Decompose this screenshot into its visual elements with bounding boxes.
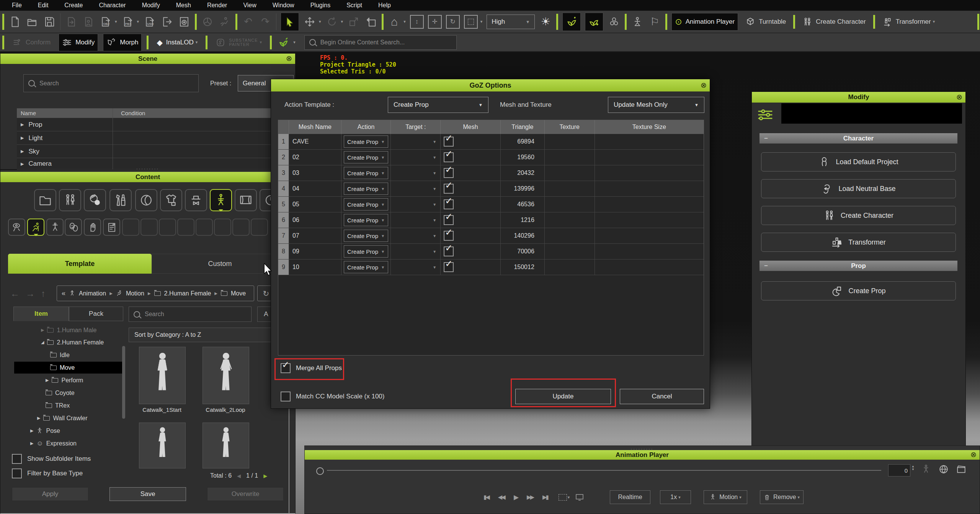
nav-back-icon[interactable]: ←	[10, 288, 20, 299]
move-tool-icon[interactable]	[303, 15, 316, 28]
cancel-button[interactable]: Cancel	[620, 389, 704, 404]
next-frame-icon[interactable]: ▶▶	[527, 494, 533, 501]
skip-start-icon[interactable]: ▮◀	[483, 494, 489, 501]
panel-drag-handle[interactable]: ·········	[0, 166, 295, 171]
content-search[interactable]	[129, 307, 252, 322]
target-dropdown[interactable]: ▼	[391, 244, 441, 259]
tab-pack[interactable]: Pack	[69, 307, 123, 321]
modify-button[interactable]: Modify	[59, 34, 98, 51]
breadcrumb-collapse-icon[interactable]: «	[62, 289, 65, 297]
mesh-checkbox-checked[interactable]: ✓	[444, 152, 454, 162]
scale-tool-icon[interactable]	[347, 15, 360, 28]
substance-caret[interactable]: ▾	[260, 40, 262, 45]
breadcrumb-human-female[interactable]: 2.Human Female	[164, 290, 211, 297]
home-dropdown-caret[interactable]: ▾	[403, 19, 406, 24]
camera-orbit-icon[interactable]: ↻	[446, 15, 460, 29]
camera-frame-icon[interactable]	[464, 15, 478, 29]
header-texture-size[interactable]: Texture Size	[595, 120, 704, 134]
camera-updown-icon[interactable]: ↕	[410, 15, 424, 29]
substance-painter-button[interactable]: SUBSTANCE PAINTER ▾	[212, 34, 265, 51]
obj-dropdown-caret[interactable]: ▾	[115, 19, 117, 24]
scene-row-light[interactable]: ▶Light	[17, 132, 296, 145]
camera-pan-icon[interactable]: ✛	[428, 15, 442, 29]
subcategory-gesture[interactable]	[84, 219, 101, 236]
page-prev-icon[interactable]: ◀	[237, 473, 241, 479]
subcategory-preview[interactable]	[8, 219, 25, 236]
column-condition[interactable]: Condition	[113, 110, 145, 116]
menu-plugins[interactable]: Plugins	[302, 2, 338, 9]
action-template-dropdown[interactable]: Create Prop▼	[388, 97, 488, 113]
import-ic-icon[interactable]	[65, 15, 78, 28]
mesh-checkbox-checked[interactable]: ✓	[444, 262, 454, 272]
category-cloth[interactable]	[160, 189, 182, 211]
category-material[interactable]	[84, 189, 106, 211]
pack-project-icon[interactable]	[178, 15, 191, 28]
mesh-checkbox-checked[interactable]: ✓	[444, 215, 454, 225]
new-project-icon[interactable]	[8, 15, 21, 28]
category-animation-active[interactable]	[210, 189, 232, 211]
redo-icon[interactable]: ↷	[259, 15, 272, 28]
page-next-icon[interactable]: ▶	[263, 473, 267, 479]
bake-animation-icon[interactable]	[218, 15, 231, 28]
mesh-checkbox-checked[interactable]: ✓	[444, 246, 454, 256]
light-icon[interactable]: ☀	[539, 15, 552, 28]
tree-item-expression[interactable]: ▶ ☺ Expression	[30, 437, 77, 449]
expand-icon[interactable]: ▶	[30, 428, 33, 433]
header-texture[interactable]: Texture	[545, 120, 595, 134]
subcategory-pose[interactable]	[46, 219, 64, 236]
dialog-titlebar[interactable]: GoZ Options ⊗	[271, 79, 710, 91]
turntable-button[interactable]: Turntable	[742, 13, 789, 30]
header-triangle[interactable]: Triangle	[501, 120, 545, 134]
clapper-icon[interactable]	[956, 464, 966, 474]
tree-item-wall-crawler[interactable]: ▶Wall Crawler	[37, 412, 88, 424]
scene-row-sky[interactable]: ▶Sky	[17, 145, 296, 158]
render-icon[interactable]	[201, 15, 214, 28]
transformer-button[interactable]: Transformer	[761, 233, 956, 252]
screen-icon[interactable]	[575, 493, 584, 502]
sort-by-category[interactable]: Sort by Category : A to Z	[129, 328, 274, 342]
pose-tool-icon[interactable]	[921, 464, 931, 474]
close-icon[interactable]: ⊗	[286, 54, 292, 63]
online-content-search[interactable]	[304, 35, 457, 50]
scene-row-prop[interactable]: ▶Prop	[17, 118, 296, 131]
morph-button[interactable]: Morph	[103, 34, 142, 51]
action-dropdown[interactable]: Create Prop▼	[344, 151, 388, 163]
tree-item-human-female[interactable]: ◢2.Human Female	[41, 336, 104, 348]
breadcrumb-animation[interactable]: Animation	[79, 290, 106, 297]
menu-create[interactable]: Create	[56, 2, 91, 9]
target-dropdown[interactable]: ▼	[391, 197, 441, 212]
category-hair[interactable]	[135, 189, 157, 211]
header-action[interactable]: Action	[341, 120, 391, 134]
undo-icon[interactable]: ↶	[242, 15, 255, 28]
subcategory-motion-active[interactable]	[27, 219, 44, 236]
export-usd-icon[interactable]: USD	[143, 15, 156, 28]
target-dropdown[interactable]: ▼	[391, 150, 441, 165]
menu-character[interactable]: Character	[91, 2, 134, 9]
action-dropdown[interactable]: Create Prop▼	[344, 261, 388, 273]
thumbnail-row2[interactable]	[203, 423, 249, 468]
header-target[interactable]: Target :	[391, 120, 441, 134]
frame-spinbox[interactable]: 0	[888, 464, 910, 476]
export-icon[interactable]	[160, 15, 173, 28]
subcategory-script[interactable]	[103, 219, 120, 236]
home-camera-icon[interactable]: ⌂	[388, 15, 401, 28]
expand-icon[interactable]: ▶	[37, 416, 40, 421]
quality-dropdown[interactable]: High▼	[487, 15, 535, 29]
load-neutral-base-button[interactable]: Load Neutral Base	[761, 179, 956, 198]
category-accessory[interactable]	[185, 189, 207, 211]
show-subfolder-checkbox[interactable]	[12, 454, 22, 464]
close-icon[interactable]: ⊗	[970, 450, 977, 459]
category-all-folder[interactable]	[34, 189, 56, 211]
scene-search-input[interactable]	[39, 80, 194, 87]
action-dropdown[interactable]: Create Prop▼	[344, 183, 388, 195]
menu-script[interactable]: Script	[338, 2, 370, 9]
category-scene[interactable]	[235, 189, 257, 211]
import-avatar-icon[interactable]	[82, 15, 95, 28]
tab-item[interactable]: Item	[13, 307, 69, 321]
tree-scrollbar[interactable]	[122, 346, 125, 419]
speedtree-caret[interactable]: ▾	[293, 40, 296, 45]
character-section-header[interactable]: − Character	[760, 133, 957, 144]
menu-file[interactable]: File	[4, 2, 30, 9]
menu-view[interactable]: View	[235, 2, 264, 9]
nav-up-icon[interactable]: ↑	[41, 288, 46, 299]
